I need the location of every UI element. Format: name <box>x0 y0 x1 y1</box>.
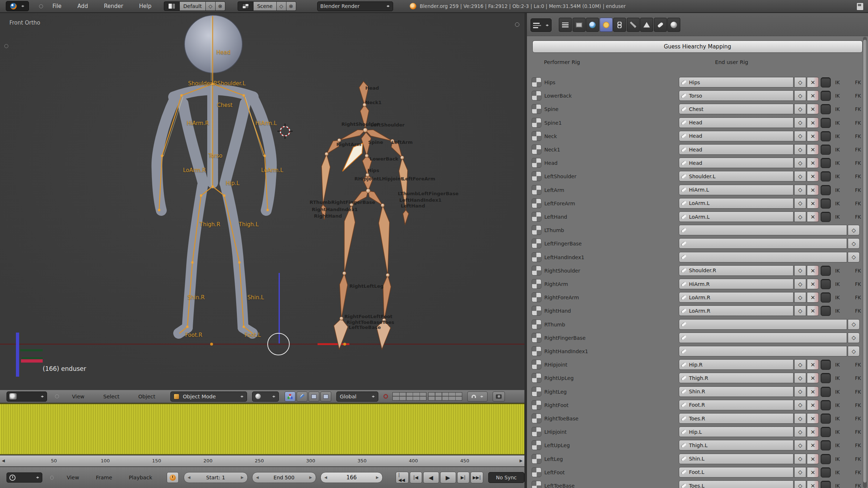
clear-mapping-button[interactable]: × <box>807 292 819 303</box>
ik-fk-toggle[interactable] <box>821 292 831 303</box>
fk-label[interactable]: FK <box>855 440 861 451</box>
enduser-bone-field[interactable]: HiArm.R <box>679 279 793 289</box>
ik-fk-toggle[interactable] <box>821 440 831 450</box>
pick-bone-button[interactable]: ◇ <box>794 185 806 195</box>
ik-fk-toggle[interactable] <box>821 171 831 181</box>
ik-label[interactable]: IK <box>835 144 840 155</box>
bone-options-icon[interactable] <box>532 131 541 141</box>
clear-mapping-button[interactable]: × <box>807 359 819 370</box>
tab-scene[interactable] <box>573 18 586 32</box>
fk-label[interactable]: FK <box>855 305 861 316</box>
clear-mapping-button[interactable]: × <box>807 158 819 168</box>
bone-options-icon[interactable] <box>532 212 541 222</box>
tab-constraints[interactable] <box>613 18 626 32</box>
fk-label[interactable]: FK <box>855 467 861 478</box>
enduser-bone-field[interactable]: Head <box>679 144 793 155</box>
clear-mapping-button[interactable]: × <box>807 211 819 222</box>
enduser-bone-field[interactable] <box>679 225 847 235</box>
tab-bone[interactable] <box>654 18 667 32</box>
header-collapse-icon[interactable] <box>55 394 59 398</box>
window-duplicate-icon[interactable] <box>856 3 864 10</box>
enduser-bone-field[interactable]: Thigh.L <box>679 440 793 450</box>
pick-bone-button[interactable]: ◇ <box>794 279 806 289</box>
fk-label[interactable]: FK <box>855 144 861 155</box>
scroll-left-icon[interactable]: ◀ <box>2 458 5 463</box>
ik-fk-toggle[interactable] <box>821 427 831 437</box>
ik-label[interactable]: IK <box>835 279 840 290</box>
pin-icon[interactable] <box>39 4 43 8</box>
fk-label[interactable]: FK <box>855 131 861 142</box>
pick-bone-button[interactable]: ◇ <box>794 158 806 168</box>
browse-scene-button[interactable]: ◇ <box>277 1 286 11</box>
ik-fk-toggle[interactable] <box>821 279 831 289</box>
clear-mapping-button[interactable]: × <box>807 413 819 424</box>
ik-label[interactable]: IK <box>835 480 840 488</box>
pick-bone-button[interactable]: ◇ <box>794 131 806 141</box>
tab-world[interactable] <box>586 18 599 32</box>
fk-label[interactable]: FK <box>855 427 861 437</box>
decrement-icon[interactable]: ◀ <box>256 475 259 479</box>
fk-label[interactable]: FK <box>855 480 861 488</box>
layers-grid-2[interactable] <box>428 392 462 401</box>
clear-mapping-button[interactable]: × <box>807 305 819 316</box>
ik-label[interactable]: IK <box>835 386 840 397</box>
enduser-bone-field[interactable]: Foot.L <box>679 467 793 478</box>
fk-label[interactable]: FK <box>855 117 861 128</box>
browse-layout-button[interactable]: ◇ <box>206 1 216 11</box>
increment-icon[interactable]: ▶ <box>309 475 312 479</box>
render-opengl-button[interactable] <box>493 391 505 402</box>
scroll-right-icon[interactable]: ▶ <box>520 458 523 463</box>
panel-divider[interactable] <box>524 13 527 488</box>
clear-mapping-button[interactable]: × <box>807 117 819 128</box>
enduser-bone-field[interactable]: Torso <box>679 90 793 101</box>
pick-bone-button[interactable]: ◇ <box>794 144 806 155</box>
tab-render[interactable] <box>559 18 572 32</box>
menu-render[interactable]: Render <box>104 3 123 9</box>
bone-options-icon[interactable] <box>532 427 541 437</box>
clear-mapping-button[interactable]: × <box>807 400 819 410</box>
ik-label[interactable]: IK <box>835 400 840 411</box>
time-toggle-button[interactable] <box>167 472 179 483</box>
manipulator-toggle-button[interactable] <box>285 391 295 402</box>
clear-mapping-button[interactable]: × <box>807 386 819 397</box>
ik-label[interactable]: IK <box>835 131 840 142</box>
ik-fk-toggle[interactable] <box>821 185 831 195</box>
enduser-bone-field[interactable] <box>679 333 847 343</box>
pick-bone-button[interactable]: ◇ <box>848 333 860 343</box>
bone-options-icon[interactable] <box>532 306 541 316</box>
menu-file[interactable]: File <box>52 3 61 9</box>
transform-orientation-dropdown[interactable]: Global <box>336 391 378 402</box>
pick-bone-button[interactable]: ◇ <box>848 238 860 249</box>
bone-options-icon[interactable] <box>532 279 541 289</box>
timeline-collapse-icon[interactable] <box>50 476 54 480</box>
sync-mode-dropdown[interactable]: No Sync <box>488 472 524 483</box>
ik-label[interactable]: IK <box>835 158 840 168</box>
bone-options-icon[interactable] <box>532 198 541 208</box>
pick-bone-button[interactable]: ◇ <box>794 373 806 383</box>
enduser-bone-field[interactable]: LoArm.L <box>679 211 793 222</box>
bone-options-icon[interactable] <box>532 239 541 248</box>
ik-fk-toggle[interactable] <box>821 400 831 410</box>
render-engine-dropdown[interactable]: Blender Render <box>317 1 393 11</box>
clear-mapping-button[interactable]: × <box>807 427 819 437</box>
bone-options-icon[interactable] <box>532 158 541 168</box>
pick-bone-button[interactable]: ◇ <box>794 265 806 276</box>
previous-keyframe-button[interactable]: |◀ <box>410 472 422 483</box>
viewport-menu-object[interactable]: Object <box>138 394 155 399</box>
pick-bone-button[interactable]: ◇ <box>794 77 806 87</box>
ik-label[interactable]: IK <box>835 265 840 276</box>
screen-layout-field[interactable]: Default <box>180 1 206 11</box>
guess-hierarchy-mapping-button[interactable]: Guess Hiearchy Mapping <box>532 40 863 53</box>
enduser-bone-field[interactable]: LoArm.L <box>679 198 793 209</box>
screen-layout-icon[interactable] <box>164 1 180 11</box>
proportional-edit-icon[interactable] <box>383 394 388 399</box>
pick-bone-button[interactable]: ◇ <box>794 90 806 101</box>
ik-label[interactable]: IK <box>835 211 840 222</box>
decrement-icon[interactable]: ◀ <box>188 475 191 479</box>
fk-label[interactable]: FK <box>855 359 861 370</box>
bone-options-icon[interactable] <box>532 373 541 383</box>
ik-label[interactable]: IK <box>835 292 840 303</box>
clear-mapping-button[interactable]: × <box>807 454 819 464</box>
pick-bone-button[interactable]: ◇ <box>848 252 860 262</box>
increment-icon[interactable]: ▶ <box>376 475 379 479</box>
